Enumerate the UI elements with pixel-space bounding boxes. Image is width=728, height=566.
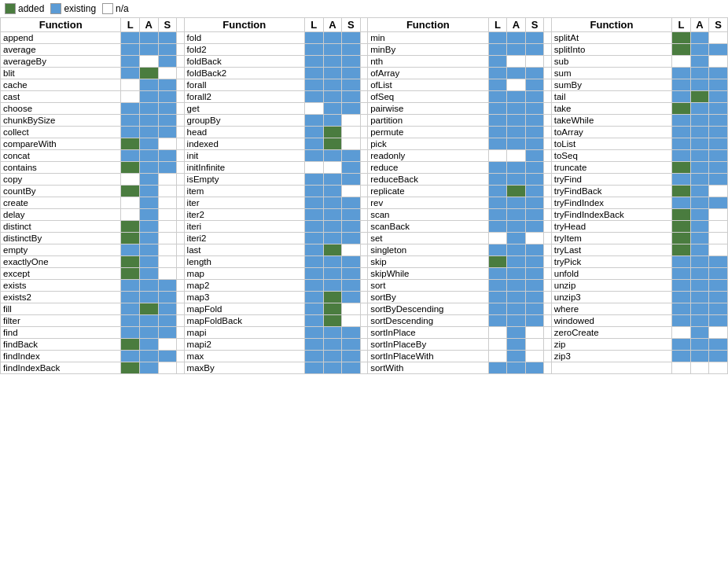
table-cell: [507, 221, 526, 233]
table-cell: [323, 162, 342, 174]
function-name: maxBy: [184, 362, 304, 374]
table-cell: [304, 138, 323, 150]
legend-existing-box: [50, 3, 61, 14]
table-cell: [525, 197, 544, 209]
table-cell: [525, 315, 544, 327]
table-cell: [525, 115, 544, 127]
table-cell: [672, 197, 691, 209]
table-row: blitfoldBack2ofArraysum: [1, 68, 728, 79]
function-name: reduce: [368, 162, 488, 174]
table-cell: [507, 268, 526, 280]
table-cell: [488, 292, 507, 303]
table-cell: [342, 303, 361, 315]
function-name: iter2: [184, 209, 304, 221]
table-cell: [488, 174, 507, 186]
table-cell: [158, 186, 177, 197]
table-cell: [323, 244, 342, 256]
table-cell: [690, 197, 709, 209]
col-header-S-3: S: [525, 18, 544, 32]
table-cell: [525, 138, 544, 150]
table-cell: [690, 138, 709, 150]
table-cell: [323, 209, 342, 221]
function-name: tryFindIndex: [551, 197, 671, 209]
table-cell: [139, 280, 158, 292]
table-cell: [139, 292, 158, 303]
table-cell: [139, 44, 158, 56]
table-cell: [158, 162, 177, 174]
table-cell: [342, 186, 361, 197]
function-name: findBack: [1, 339, 121, 351]
table-cell: [323, 268, 342, 280]
table-cell: [488, 280, 507, 292]
table-cell: [672, 351, 691, 362]
legend-existing: existing: [50, 3, 96, 14]
table-cell: [304, 68, 323, 79]
table-cell: [158, 32, 177, 44]
table-cell: [121, 303, 140, 315]
function-name: foldBack: [184, 56, 304, 68]
function-name: takeWhile: [551, 115, 671, 127]
function-name: rev: [368, 197, 488, 209]
table-cell: [525, 79, 544, 91]
function-name: averageBy: [1, 56, 121, 68]
function-name: toSeq: [551, 150, 671, 162]
table-row: findIndexBackmaxBysortWith: [1, 362, 728, 374]
table-cell: [525, 268, 544, 280]
table-cell: [488, 351, 507, 362]
function-name: map3: [184, 292, 304, 303]
table-cell: [342, 91, 361, 103]
table-cell: [121, 197, 140, 209]
table-cell: [158, 127, 177, 138]
table-row: delayiter2scantryFindIndexBack: [1, 209, 728, 221]
function-name: max: [184, 351, 304, 362]
function-name: initInfinite: [184, 162, 304, 174]
table-cell: [139, 244, 158, 256]
table-cell: [690, 68, 709, 79]
table-cell: [525, 56, 544, 68]
table-cell: [304, 280, 323, 292]
table-cell: [488, 91, 507, 103]
col-header-function-1: Function: [1, 18, 121, 32]
function-name: fill: [1, 303, 121, 315]
table-cell: [121, 256, 140, 268]
table-cell: [507, 91, 526, 103]
function-name: filter: [1, 315, 121, 327]
table-cell: [121, 44, 140, 56]
table-cell: [158, 233, 177, 244]
function-name: sumBy: [551, 79, 671, 91]
function-name: fold2: [184, 44, 304, 56]
col-header-A-4: A: [690, 18, 709, 32]
table-cell: [342, 197, 361, 209]
table-cell: [690, 150, 709, 162]
function-name: ofList: [368, 79, 488, 91]
table-cell: [323, 221, 342, 233]
function-name: copy: [1, 174, 121, 186]
table-cell: [525, 68, 544, 79]
table-cell: [158, 292, 177, 303]
table-cell: [121, 327, 140, 339]
function-name: pick: [368, 138, 488, 150]
legend: added existing n/a: [0, 0, 728, 17]
table-cell: [304, 79, 323, 91]
table-cell: [525, 339, 544, 351]
function-name: scan: [368, 209, 488, 221]
table-cell: [507, 327, 526, 339]
function-name: unzip3: [551, 292, 671, 303]
table-cell: [342, 244, 361, 256]
function-name: toList: [551, 138, 671, 150]
function-name: tryFindIndexBack: [551, 209, 671, 221]
table-cell: [672, 162, 691, 174]
table-row: filtermapFoldBacksortDescendingwindowed: [1, 315, 728, 327]
table-cell: [488, 209, 507, 221]
table-cell: [342, 68, 361, 79]
table-cell: [488, 327, 507, 339]
table-cell: [304, 127, 323, 138]
table-cell: [507, 68, 526, 79]
table-cell: [158, 209, 177, 221]
function-name: skip: [368, 256, 488, 268]
table-cell: [488, 339, 507, 351]
table-cell: [304, 209, 323, 221]
table-cell: [488, 221, 507, 233]
table-row: concatinitreadonlytoSeq: [1, 150, 728, 162]
table-cell: [342, 209, 361, 221]
